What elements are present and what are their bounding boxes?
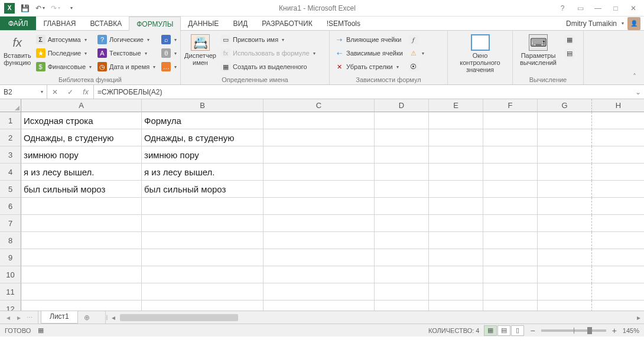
more-functions-button[interactable]: …▾ xyxy=(159,60,179,73)
cell-E8[interactable] xyxy=(429,232,483,249)
cell-A12[interactable] xyxy=(21,301,142,311)
cell-C11[interactable] xyxy=(264,283,375,301)
new-sheet-button[interactable]: ⊕ xyxy=(80,311,93,324)
cell-D10[interactable] xyxy=(375,266,429,283)
excel-logo[interactable]: X xyxy=(2,2,17,15)
cell-D5[interactable] xyxy=(375,181,429,198)
cell-F9[interactable] xyxy=(483,249,538,266)
zoom-thumb[interactable] xyxy=(587,327,592,334)
trace-dependents-button[interactable]: ⇠Зависимые ячейки xyxy=(332,47,405,60)
cell-D6[interactable] xyxy=(375,198,429,215)
math-button[interactable]: θ▾ xyxy=(159,47,179,60)
save-button[interactable]: 💾 xyxy=(18,2,32,15)
col-header-B[interactable]: B xyxy=(142,99,264,112)
create-from-selection-button[interactable]: ▦Создать из выделенного xyxy=(219,60,318,73)
cell-D4[interactable] xyxy=(375,164,429,181)
define-name-button[interactable]: ▭Присвоить имя▾ xyxy=(219,33,318,46)
cell-D3[interactable] xyxy=(375,146,429,164)
tab-file[interactable]: ФАЙЛ xyxy=(0,17,36,30)
ribbon-options-button[interactable]: ▭ xyxy=(572,2,588,15)
cell-A3[interactable]: зимнюю пору xyxy=(21,146,142,164)
cell-H6[interactable] xyxy=(592,198,644,215)
cell-H2[interactable] xyxy=(592,129,644,146)
col-header-E[interactable]: E xyxy=(429,99,483,112)
col-header-H[interactable]: H xyxy=(592,99,644,112)
qat-customize[interactable]: ▾ xyxy=(64,2,78,15)
formula-input[interactable]: =СЖПРОБЕЛЫ(A2) xyxy=(94,85,632,99)
sheet-first-button[interactable]: ◂ xyxy=(4,313,13,322)
trace-precedents-button[interactable]: ⇢Влияющие ячейки xyxy=(332,33,405,46)
cell-B2[interactable]: Однажды, в студеную xyxy=(142,129,264,146)
cell-E9[interactable] xyxy=(429,249,483,266)
view-pagebreak-button[interactable]: ▯ xyxy=(511,325,524,336)
cell-E12[interactable] xyxy=(429,301,483,311)
scrollbar-thumb[interactable] xyxy=(120,314,238,321)
cell-F8[interactable] xyxy=(483,232,538,249)
cell-C10[interactable] xyxy=(264,266,375,283)
col-header-F[interactable]: F xyxy=(483,99,538,112)
cell-H1[interactable] xyxy=(592,112,644,129)
tab-data[interactable]: ДАННЫЕ xyxy=(181,17,226,30)
sheet-prev-button[interactable]: ▸ xyxy=(14,313,24,322)
row-header[interactable]: 8 xyxy=(0,232,21,249)
row-header[interactable]: 6 xyxy=(0,198,21,215)
row-header[interactable]: 7 xyxy=(0,215,21,232)
minimize-button[interactable]: — xyxy=(590,2,606,15)
cell-B7[interactable] xyxy=(142,215,264,232)
cell-H12[interactable] xyxy=(592,301,644,311)
calculate-now-button[interactable]: ▦ xyxy=(562,33,577,46)
zoom-slider[interactable] xyxy=(541,329,606,332)
calculation-options-button[interactable]: ⌨ Параметры вычислений xyxy=(515,32,561,68)
cell-H11[interactable] xyxy=(592,283,644,301)
cell-G2[interactable] xyxy=(538,129,592,146)
datetime-button[interactable]: ◷Дата и время▾ xyxy=(95,60,158,73)
cell-G6[interactable] xyxy=(538,198,592,215)
cell-F10[interactable] xyxy=(483,266,538,283)
cell-C2[interactable] xyxy=(264,129,375,146)
calculate-sheet-button[interactable]: ▤ xyxy=(562,47,577,60)
cell-F6[interactable] xyxy=(483,198,538,215)
tab-formulas[interactable]: ФОРМУЛЫ xyxy=(129,17,181,31)
cell-C7[interactable] xyxy=(264,215,375,232)
cell-G8[interactable] xyxy=(538,232,592,249)
cell-G5[interactable] xyxy=(538,181,592,198)
cell-H4[interactable] xyxy=(592,164,644,181)
col-header-G[interactable]: G xyxy=(538,99,592,112)
cell-E10[interactable] xyxy=(429,266,483,283)
cell-H9[interactable] xyxy=(592,249,644,266)
cell-G7[interactable] xyxy=(538,215,592,232)
show-formulas-button[interactable]: 𝑓 xyxy=(406,33,427,46)
cell-A6[interactable] xyxy=(21,198,142,215)
row-header[interactable]: 5 xyxy=(0,181,21,198)
cell-F5[interactable] xyxy=(483,181,538,198)
logical-button[interactable]: ?Логические▾ xyxy=(95,33,158,46)
financial-button[interactable]: $Финансовые▾ xyxy=(34,60,94,73)
maximize-button[interactable]: □ xyxy=(607,2,624,15)
cell-A9[interactable] xyxy=(21,249,142,266)
formula-bar-expand[interactable]: ⌄ xyxy=(632,85,644,99)
tab-home[interactable]: ГЛАВНАЯ xyxy=(36,17,83,30)
cell-G11[interactable] xyxy=(538,283,592,301)
sheet-menu-button[interactable]: ⋯ xyxy=(25,314,34,321)
macro-record-icon[interactable]: ▦ xyxy=(38,326,44,334)
help-button[interactable]: ? xyxy=(554,2,571,15)
cell-B1[interactable]: Формула xyxy=(142,112,264,129)
col-header-D[interactable]: D xyxy=(375,99,429,112)
cell-C6[interactable] xyxy=(264,198,375,215)
account-area[interactable]: Dmitry Tumaikin ▾ 👤 xyxy=(566,17,644,30)
cell-F7[interactable] xyxy=(483,215,538,232)
cell-E6[interactable] xyxy=(429,198,483,215)
cell-E2[interactable] xyxy=(429,129,483,146)
use-in-formula-button[interactable]: fxИспользовать в формуле▾ xyxy=(219,47,318,60)
col-header-C[interactable]: C xyxy=(264,99,375,112)
horizontal-scrollbar[interactable] xyxy=(119,313,633,322)
text-button[interactable]: AТекстовые▾ xyxy=(95,47,158,60)
insert-function-fx-button[interactable]: fx xyxy=(78,85,93,99)
row-header[interactable]: 1 xyxy=(0,112,21,129)
cell-G12[interactable] xyxy=(538,301,592,311)
cell-B11[interactable] xyxy=(142,283,264,301)
cell-C4[interactable] xyxy=(264,164,375,181)
close-button[interactable]: ✕ xyxy=(625,2,642,15)
cell-B12[interactable] xyxy=(142,301,264,311)
ribbon-collapse-button[interactable]: ˄ xyxy=(626,70,643,83)
